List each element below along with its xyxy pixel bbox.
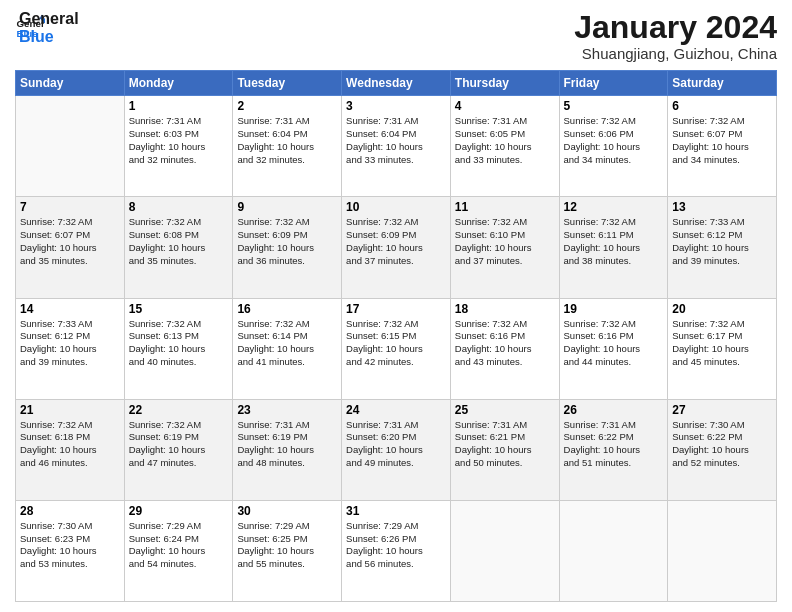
cell-1-3: 10Sunrise: 7:32 AMSunset: 6:09 PMDayligh… bbox=[342, 197, 451, 298]
page: General Blue General Blue January 2024 S… bbox=[0, 0, 792, 612]
cell-0-1: 1Sunrise: 7:31 AMSunset: 6:03 PMDaylight… bbox=[124, 96, 233, 197]
day-info: Sunrise: 7:32 AMSunset: 6:06 PMDaylight:… bbox=[564, 115, 664, 166]
day-number: 13 bbox=[672, 200, 772, 214]
cell-1-1: 8Sunrise: 7:32 AMSunset: 6:08 PMDaylight… bbox=[124, 197, 233, 298]
day-info: Sunrise: 7:31 AMSunset: 6:22 PMDaylight:… bbox=[564, 419, 664, 470]
day-info: Sunrise: 7:32 AMSunset: 6:19 PMDaylight:… bbox=[129, 419, 229, 470]
day-info: Sunrise: 7:32 AMSunset: 6:16 PMDaylight:… bbox=[564, 318, 664, 369]
day-number: 27 bbox=[672, 403, 772, 417]
cell-2-2: 16Sunrise: 7:32 AMSunset: 6:14 PMDayligh… bbox=[233, 298, 342, 399]
cell-3-3: 24Sunrise: 7:31 AMSunset: 6:20 PMDayligh… bbox=[342, 399, 451, 500]
day-info: Sunrise: 7:32 AMSunset: 6:10 PMDaylight:… bbox=[455, 216, 555, 267]
week-row-1: 1Sunrise: 7:31 AMSunset: 6:03 PMDaylight… bbox=[16, 96, 777, 197]
day-info: Sunrise: 7:32 AMSunset: 6:14 PMDaylight:… bbox=[237, 318, 337, 369]
day-number: 4 bbox=[455, 99, 555, 113]
week-row-4: 21Sunrise: 7:32 AMSunset: 6:18 PMDayligh… bbox=[16, 399, 777, 500]
day-number: 26 bbox=[564, 403, 664, 417]
header: General Blue General Blue January 2024 S… bbox=[15, 10, 777, 62]
calendar-table: Sunday Monday Tuesday Wednesday Thursday… bbox=[15, 70, 777, 602]
cell-3-6: 27Sunrise: 7:30 AMSunset: 6:22 PMDayligh… bbox=[668, 399, 777, 500]
day-number: 6 bbox=[672, 99, 772, 113]
cell-4-2: 30Sunrise: 7:29 AMSunset: 6:25 PMDayligh… bbox=[233, 500, 342, 601]
day-info: Sunrise: 7:33 AMSunset: 6:12 PMDaylight:… bbox=[672, 216, 772, 267]
day-number: 3 bbox=[346, 99, 446, 113]
col-wednesday: Wednesday bbox=[342, 71, 451, 96]
cell-2-6: 20Sunrise: 7:32 AMSunset: 6:17 PMDayligh… bbox=[668, 298, 777, 399]
title-area: January 2024 Shuangjiang, Guizhou, China bbox=[574, 10, 777, 62]
logo-general: General bbox=[19, 10, 79, 28]
day-info: Sunrise: 7:30 AMSunset: 6:23 PMDaylight:… bbox=[20, 520, 120, 571]
day-info: Sunrise: 7:31 AMSunset: 6:19 PMDaylight:… bbox=[237, 419, 337, 470]
cell-4-6 bbox=[668, 500, 777, 601]
day-number: 31 bbox=[346, 504, 446, 518]
day-number: 9 bbox=[237, 200, 337, 214]
day-number: 19 bbox=[564, 302, 664, 316]
day-number: 17 bbox=[346, 302, 446, 316]
cell-1-5: 12Sunrise: 7:32 AMSunset: 6:11 PMDayligh… bbox=[559, 197, 668, 298]
day-info: Sunrise: 7:32 AMSunset: 6:07 PMDaylight:… bbox=[672, 115, 772, 166]
cell-4-0: 28Sunrise: 7:30 AMSunset: 6:23 PMDayligh… bbox=[16, 500, 125, 601]
month-title: January 2024 bbox=[574, 10, 777, 45]
day-number: 7 bbox=[20, 200, 120, 214]
cell-1-0: 7Sunrise: 7:32 AMSunset: 6:07 PMDaylight… bbox=[16, 197, 125, 298]
day-info: Sunrise: 7:31 AMSunset: 6:04 PMDaylight:… bbox=[346, 115, 446, 166]
day-info: Sunrise: 7:32 AMSunset: 6:07 PMDaylight:… bbox=[20, 216, 120, 267]
day-info: Sunrise: 7:32 AMSunset: 6:13 PMDaylight:… bbox=[129, 318, 229, 369]
cell-3-5: 26Sunrise: 7:31 AMSunset: 6:22 PMDayligh… bbox=[559, 399, 668, 500]
day-number: 14 bbox=[20, 302, 120, 316]
day-info: Sunrise: 7:31 AMSunset: 6:20 PMDaylight:… bbox=[346, 419, 446, 470]
day-number: 30 bbox=[237, 504, 337, 518]
day-number: 10 bbox=[346, 200, 446, 214]
day-number: 29 bbox=[129, 504, 229, 518]
cell-3-0: 21Sunrise: 7:32 AMSunset: 6:18 PMDayligh… bbox=[16, 399, 125, 500]
day-info: Sunrise: 7:32 AMSunset: 6:11 PMDaylight:… bbox=[564, 216, 664, 267]
day-info: Sunrise: 7:32 AMSunset: 6:09 PMDaylight:… bbox=[237, 216, 337, 267]
cell-1-4: 11Sunrise: 7:32 AMSunset: 6:10 PMDayligh… bbox=[450, 197, 559, 298]
col-monday: Monday bbox=[124, 71, 233, 96]
day-number: 8 bbox=[129, 200, 229, 214]
cell-4-5 bbox=[559, 500, 668, 601]
day-info: Sunrise: 7:31 AMSunset: 6:03 PMDaylight:… bbox=[129, 115, 229, 166]
day-number: 20 bbox=[672, 302, 772, 316]
day-number: 28 bbox=[20, 504, 120, 518]
cell-4-3: 31Sunrise: 7:29 AMSunset: 6:26 PMDayligh… bbox=[342, 500, 451, 601]
cell-0-4: 4Sunrise: 7:31 AMSunset: 6:05 PMDaylight… bbox=[450, 96, 559, 197]
cell-0-6: 6Sunrise: 7:32 AMSunset: 6:07 PMDaylight… bbox=[668, 96, 777, 197]
day-info: Sunrise: 7:31 AMSunset: 6:04 PMDaylight:… bbox=[237, 115, 337, 166]
location-subtitle: Shuangjiang, Guizhou, China bbox=[574, 45, 777, 62]
day-number: 24 bbox=[346, 403, 446, 417]
cell-3-1: 22Sunrise: 7:32 AMSunset: 6:19 PMDayligh… bbox=[124, 399, 233, 500]
day-number: 25 bbox=[455, 403, 555, 417]
day-number: 5 bbox=[564, 99, 664, 113]
cell-3-2: 23Sunrise: 7:31 AMSunset: 6:19 PMDayligh… bbox=[233, 399, 342, 500]
day-number: 16 bbox=[237, 302, 337, 316]
day-info: Sunrise: 7:32 AMSunset: 6:09 PMDaylight:… bbox=[346, 216, 446, 267]
week-row-3: 14Sunrise: 7:33 AMSunset: 6:12 PMDayligh… bbox=[16, 298, 777, 399]
col-tuesday: Tuesday bbox=[233, 71, 342, 96]
cell-1-2: 9Sunrise: 7:32 AMSunset: 6:09 PMDaylight… bbox=[233, 197, 342, 298]
cell-2-1: 15Sunrise: 7:32 AMSunset: 6:13 PMDayligh… bbox=[124, 298, 233, 399]
cell-4-1: 29Sunrise: 7:29 AMSunset: 6:24 PMDayligh… bbox=[124, 500, 233, 601]
cell-0-5: 5Sunrise: 7:32 AMSunset: 6:06 PMDaylight… bbox=[559, 96, 668, 197]
day-number: 22 bbox=[129, 403, 229, 417]
day-info: Sunrise: 7:33 AMSunset: 6:12 PMDaylight:… bbox=[20, 318, 120, 369]
cell-2-0: 14Sunrise: 7:33 AMSunset: 6:12 PMDayligh… bbox=[16, 298, 125, 399]
cell-4-4 bbox=[450, 500, 559, 601]
day-info: Sunrise: 7:29 AMSunset: 6:24 PMDaylight:… bbox=[129, 520, 229, 571]
col-sunday: Sunday bbox=[16, 71, 125, 96]
col-saturday: Saturday bbox=[668, 71, 777, 96]
cell-0-2: 2Sunrise: 7:31 AMSunset: 6:04 PMDaylight… bbox=[233, 96, 342, 197]
cell-2-5: 19Sunrise: 7:32 AMSunset: 6:16 PMDayligh… bbox=[559, 298, 668, 399]
cell-0-3: 3Sunrise: 7:31 AMSunset: 6:04 PMDaylight… bbox=[342, 96, 451, 197]
logo-blue: Blue bbox=[19, 28, 79, 46]
day-info: Sunrise: 7:32 AMSunset: 6:17 PMDaylight:… bbox=[672, 318, 772, 369]
day-number: 12 bbox=[564, 200, 664, 214]
day-info: Sunrise: 7:30 AMSunset: 6:22 PMDaylight:… bbox=[672, 419, 772, 470]
col-thursday: Thursday bbox=[450, 71, 559, 96]
cell-2-4: 18Sunrise: 7:32 AMSunset: 6:16 PMDayligh… bbox=[450, 298, 559, 399]
cell-0-0 bbox=[16, 96, 125, 197]
day-number: 15 bbox=[129, 302, 229, 316]
day-number: 2 bbox=[237, 99, 337, 113]
cell-1-6: 13Sunrise: 7:33 AMSunset: 6:12 PMDayligh… bbox=[668, 197, 777, 298]
day-number: 21 bbox=[20, 403, 120, 417]
